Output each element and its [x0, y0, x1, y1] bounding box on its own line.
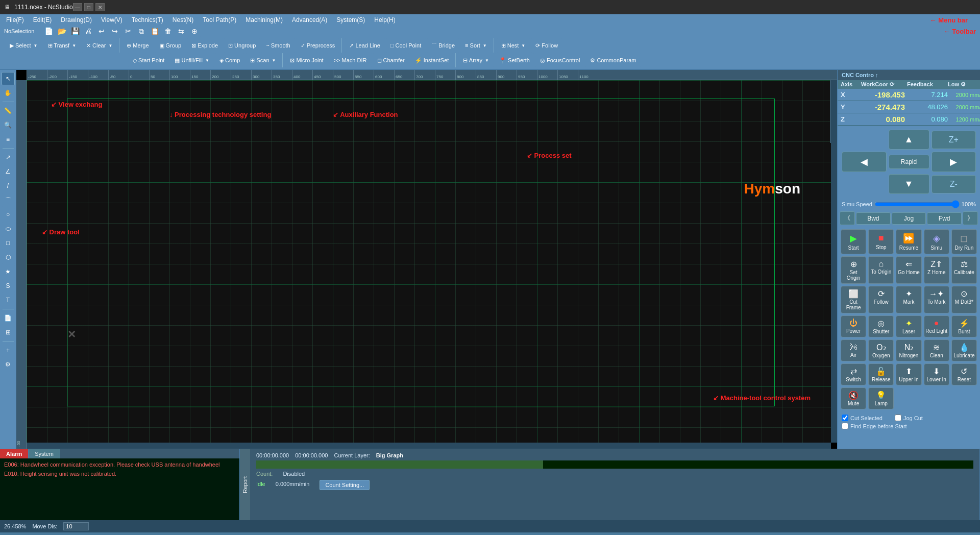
focuscontrol-button[interactable]: ◎ FocusControl	[535, 53, 584, 67]
draw-line-btn[interactable]: /	[2, 179, 15, 192]
smooth-button[interactable]: ~ Smooth	[261, 38, 295, 53]
menu-view[interactable]: View(V)	[97, 15, 127, 25]
machdir-button[interactable]: >> Mach DIR	[329, 53, 372, 67]
follow2-button[interactable]: ⟳Follow	[868, 286, 894, 313]
follow-button[interactable]: ⟳ Follow	[531, 38, 562, 53]
paste-btn[interactable]: 📋	[149, 25, 161, 37]
draw-page-btn[interactable]: 📄	[2, 311, 15, 325]
scale-btn[interactable]: ⊕	[188, 25, 201, 37]
zplus-btn[interactable]: Z+	[932, 131, 976, 149]
power-button[interactable]: ⏻Power	[841, 315, 866, 337]
shutter-button[interactable]: ◎Shutter	[868, 315, 894, 337]
open-file-btn[interactable]: 📂	[56, 25, 68, 37]
draw-angle-btn[interactable]: ∠	[2, 165, 15, 178]
chamfer-button[interactable]: ◻ Chamfer	[373, 53, 409, 67]
clear-button[interactable]: ✕ Clear	[82, 38, 117, 53]
bwd-left-btn[interactable]: 《	[840, 211, 855, 225]
array-button[interactable]: ⊟ Array	[458, 53, 494, 67]
commonparam-button[interactable]: ⚙ CommonParam	[585, 53, 641, 67]
group-button[interactable]: ▣ Group	[155, 38, 186, 53]
setorigin-button[interactable]: ⊕Set Origin	[841, 256, 866, 284]
tomark-button[interactable]: →✦To Mark	[924, 286, 949, 313]
reset-button[interactable]: ↺Reset	[951, 363, 977, 385]
cut-btn[interactable]: ✂	[122, 25, 134, 37]
fwd-right-btn[interactable]: 》	[963, 211, 978, 225]
undo-btn[interactable]: ↩	[95, 25, 108, 37]
startpoint-button[interactable]: ◇ Start Point	[128, 53, 169, 67]
delete-btn[interactable]: 🗑	[162, 25, 174, 37]
maximize-button[interactable]: □	[84, 3, 93, 11]
redo-btn[interactable]: ↪	[109, 25, 121, 37]
toorigin-button[interactable]: ⌂To Origin	[868, 256, 894, 284]
alarm-tab[interactable]: Alarm	[0, 449, 29, 458]
scan-button[interactable]: ⊞ Scan	[246, 53, 280, 67]
mark-button[interactable]: ✦Mark	[896, 286, 921, 313]
new-file-btn[interactable]: 📄	[42, 25, 55, 37]
laser-button[interactable]: ✦Laser	[896, 315, 921, 337]
canvas-viewport[interactable]: ✕ Hymson ↙ View exchang ↓ Processing tec…	[27, 80, 831, 443]
draw-layer-btn[interactable]: ⊞	[2, 326, 15, 339]
lamp-button[interactable]: 💡Lamp	[868, 387, 894, 409]
menu-toolpath[interactable]: Tool Path(P)	[199, 15, 240, 25]
dryrun-button[interactable]: ◻Dry Run	[951, 229, 977, 254]
menu-machining[interactable]: Machining(M)	[241, 15, 287, 25]
simu-button[interactable]: ◈Simu	[924, 229, 949, 254]
draw-spline-btn[interactable]: S	[2, 279, 15, 293]
nest-button[interactable]: ⊞ Nest	[497, 38, 530, 53]
merge-button[interactable]: ⊕ Merge	[122, 38, 153, 53]
menu-technics[interactable]: Technics(T)	[128, 15, 167, 25]
mute-button[interactable]: 🔇Mute	[841, 387, 866, 409]
lowerin-button[interactable]: ⬇Lower In	[924, 363, 949, 385]
menu-nest[interactable]: Nest(N)	[168, 15, 198, 25]
draw-poly-btn[interactable]: ⬡	[2, 251, 15, 264]
select-tool-btn[interactable]: ↖	[2, 72, 15, 85]
find-edge-checkbox[interactable]	[842, 423, 848, 429]
menu-advanced[interactable]: Advanced(A)	[288, 15, 331, 25]
switch-button[interactable]: ⇄Switch	[841, 363, 866, 385]
zoom-btn[interactable]: 🔍	[2, 118, 15, 132]
start-button[interactable]: ▶Start	[841, 229, 866, 254]
vertical-scrollbar[interactable]	[831, 80, 837, 443]
oxygen-button[interactable]: O₂Oxygen	[868, 339, 894, 361]
nitrogen-button[interactable]: N₂Nitrogen	[896, 339, 921, 361]
draw-circle-btn[interactable]: ○	[2, 208, 15, 221]
mirror-btn[interactable]: ⇆	[175, 25, 187, 37]
menu-drawing[interactable]: Drawing(D)	[57, 15, 96, 25]
burst-button[interactable]: ⚡Burst	[951, 315, 977, 337]
draw-text-btn[interactable]: T	[2, 294, 15, 307]
origin-btn[interactable]: +	[2, 344, 15, 357]
gohome-button[interactable]: ⇐Go Home	[896, 256, 921, 284]
zminus-btn[interactable]: Z-	[932, 175, 976, 193]
transf-button[interactable]: ⊞ Transf	[43, 38, 81, 53]
draw-ellipse-btn[interactable]: ⬭	[2, 222, 15, 235]
mdot-button[interactable]: ⊙M Dot3*	[951, 286, 977, 313]
menu-file[interactable]: File(F)	[2, 15, 28, 25]
select-button[interactable]: ▶ Select	[5, 38, 42, 53]
cut-selected-checkbox[interactable]	[842, 415, 848, 421]
settings2-btn[interactable]: ⚙	[2, 358, 15, 371]
redlight-button[interactable]: ●Red Light	[924, 315, 949, 337]
cutframe-button[interactable]: ⬜Cut Frame	[841, 286, 866, 313]
upperin-button[interactable]: ⬆Upper In	[896, 363, 921, 385]
nav-right-btn[interactable]: ▶	[932, 152, 976, 172]
bridge-button[interactable]: ⌒ Bridge	[427, 38, 459, 53]
measure-btn[interactable]: 📏	[2, 104, 15, 117]
fwd-btn[interactable]: Fwd	[927, 212, 962, 225]
draw-arc-btn[interactable]: ⌒	[2, 193, 15, 207]
report-tab[interactable]: Report	[240, 449, 250, 520]
preprocess-button[interactable]: ✓ Preprocess	[296, 38, 340, 53]
rapid-btn[interactable]: Rapid	[889, 155, 929, 169]
coolpoint-button[interactable]: □ Cool Point	[386, 38, 426, 53]
bwd-btn[interactable]: Bwd	[856, 212, 891, 225]
jog-btn[interactable]: Jog	[892, 212, 926, 225]
nav-up-btn[interactable]: ▲	[889, 130, 929, 150]
system-tab[interactable]: System	[29, 449, 60, 458]
ruler-btn[interactable]: ≡	[2, 133, 15, 146]
ungroup-button[interactable]: ⊡ Ungroup	[224, 38, 260, 53]
draw-pointer-btn[interactable]: ↗	[2, 151, 15, 164]
nav-left-btn[interactable]: ◀	[842, 152, 887, 172]
pan-tool-btn[interactable]: ✋	[2, 86, 15, 100]
minimize-button[interactable]: —	[73, 3, 82, 11]
copy-btn[interactable]: ⧉	[135, 25, 148, 37]
horizontal-scrollbar[interactable]	[27, 443, 831, 449]
